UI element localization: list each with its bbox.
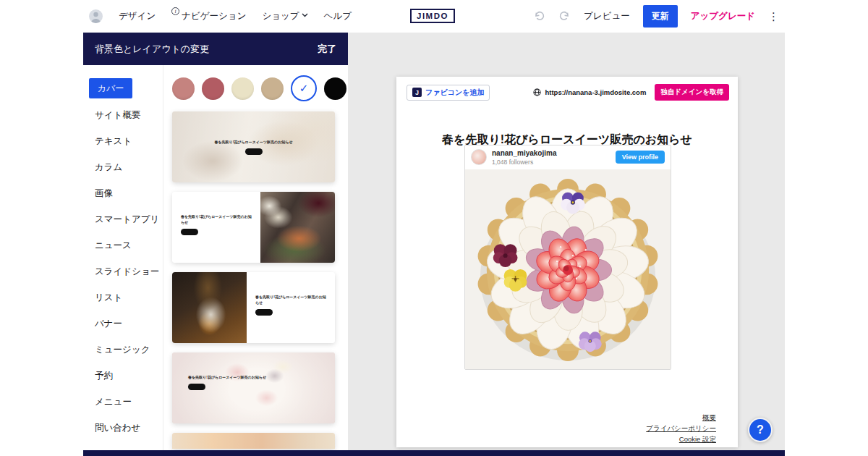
layout2-photo [260, 192, 335, 263]
preview-button[interactable]: プレビュー [584, 10, 630, 22]
pansy-lavender [579, 332, 602, 352]
layout-option-2[interactable]: 春を先取り!花びらロースイーツ販売のお知らせ [172, 192, 335, 263]
app-window: デザイン i ナビゲーション ショップ ヘルプ JIMDO [0, 0, 868, 456]
section-sidebar: カバー サイト概要 テキスト カラム 画像 スマートアプリ ニュース スライドシ… [83, 65, 163, 450]
layout-option-5[interactable] [172, 433, 335, 449]
sidebar-item-image[interactable]: 画像 [89, 180, 163, 206]
sidebar-item-site-overview[interactable]: サイト概要 [89, 102, 163, 128]
bottom-bar [83, 450, 785, 456]
site-url[interactable]: https://nanana-3.jimdosite.com [533, 88, 646, 96]
globe-icon [533, 88, 541, 96]
swatch-tan[interactable] [261, 77, 284, 100]
layout-option-4[interactable]: 春を先取り!花びらロースイーツ販売のお知らせ [172, 352, 335, 423]
chevron-down-icon [302, 13, 308, 17]
undo-button[interactable] [533, 11, 545, 21]
header-nav: デザイン i ナビゲーション ショップ ヘルプ [89, 9, 352, 23]
sidebar-item-booking[interactable]: 予約 [89, 363, 163, 389]
sidebar-item-menu[interactable]: メニュー [89, 389, 163, 415]
person-icon [89, 9, 103, 23]
site-chrome-bar: J ファビコンを追加 https://nanana-3.jimdosite.co… [396, 77, 738, 101]
footer-link-cookie[interactable]: Cookie 設定 [646, 434, 716, 444]
swatch-rose[interactable] [202, 77, 224, 100]
sidebar-item-music[interactable]: ミュージック [89, 337, 163, 363]
layout-option-3[interactable]: 春を先取り!花びらロースイーツ販売のお知らせ [172, 272, 335, 343]
layout1-cta-pill [245, 148, 263, 155]
favicon-icon: J [412, 88, 422, 97]
sidebar-item-list[interactable]: リスト [89, 284, 163, 311]
panel-body: カバー サイト概要 テキスト カラム 画像 スマートアプリ ニュース スライドシ… [83, 65, 348, 450]
site-preview-page: J ファビコンを追加 https://nanana-3.jimdosite.co… [396, 77, 738, 447]
redo-icon [558, 11, 571, 21]
top-header: デザイン i ナビゲーション ショップ ヘルプ JIMDO [83, 0, 785, 32]
upgrade-button[interactable]: アップグレード [691, 10, 755, 22]
sidebar-item-banner[interactable]: バナー [89, 311, 163, 337]
sidebar-item-text[interactable]: テキスト [89, 128, 163, 154]
cake-photo [465, 169, 671, 369]
layout2-cta-pill [181, 229, 198, 235]
footer-link-privacy[interactable]: プライバシーポリシー [646, 423, 716, 434]
nav-item-help[interactable]: ヘルプ [324, 10, 352, 22]
panel-header: 背景色とレイアウトの変更 完了 [83, 33, 348, 65]
sidebar-item-columns[interactable]: カラム [89, 154, 163, 180]
sidebar-item-cover[interactable]: カバー [89, 78, 132, 98]
nav-item-design[interactable]: デザイン [119, 10, 156, 22]
jimdo-logo: JIMDO [410, 9, 455, 23]
footer-link-overview[interactable]: 概要 [646, 412, 716, 423]
panel-title: 背景色とレイアウトの変更 [95, 43, 209, 56]
redo-button[interactable] [558, 11, 571, 21]
layout5-photo [172, 433, 335, 449]
swatch-white-selected[interactable]: ✓ [291, 75, 317, 101]
help-button[interactable]: ? [748, 418, 773, 442]
sidebar-item-smart-app[interactable]: スマートアプリ [89, 206, 163, 232]
account-avatar[interactable] [89, 9, 103, 23]
layout4-cta-pill [188, 384, 205, 390]
swatch-black[interactable] [324, 77, 346, 100]
instagram-username[interactable]: nanan_miyakojima [492, 149, 556, 159]
done-button[interactable]: 完了 [318, 43, 336, 56]
site-footer-links: 概要 プライバシーポリシー Cookie 設定 [646, 412, 716, 444]
design-panel: 背景色とレイアウトの変更 完了 カバー サイト概要 テキスト カラム 画像 スマ… [83, 33, 348, 450]
undo-icon [533, 11, 545, 21]
info-icon: i [171, 7, 179, 15]
sidebar-item-news[interactable]: ニュース [89, 232, 163, 258]
get-domain-button[interactable]: 独自ドメインを取得 [655, 84, 729, 101]
instagram-header: nanan_miyakojima 1,048 followers View pr… [465, 145, 671, 169]
preview-canvas: J ファビコンを追加 https://nanana-3.jimdosite.co… [348, 33, 785, 450]
sidebar-item-slideshow[interactable]: スライドショー [89, 258, 163, 284]
layout3-photo [172, 272, 247, 343]
swatch-cream[interactable] [231, 77, 254, 100]
cover-layout-list: ✓ 春を先取り!花びらロースイーツ販売のお知らせ [163, 65, 348, 450]
add-favicon-button[interactable]: J ファビコンを追加 [407, 85, 490, 101]
instagram-embed-card: nanan_miyakojima 1,048 followers View pr… [464, 145, 671, 370]
swatch-dusty-rose[interactable] [172, 77, 195, 100]
instagram-followers: 1,048 followers [492, 159, 556, 166]
layout-option-1[interactable]: 春を先取り!花びらロースイーツ販売のお知らせ [172, 111, 335, 182]
nav-item-navigation[interactable]: i ナビゲーション [171, 10, 246, 22]
layout3-cta-pill [255, 309, 273, 316]
layout-thumbnails: 春を先取り!花びらロースイーツ販売のお知らせ 春を先取り!花びらロースイーツ販売… [172, 111, 348, 449]
background-color-swatches: ✓ [172, 74, 348, 103]
more-menu-button[interactable]: ⋮ [768, 11, 779, 22]
header-actions: プレビュー 更新 アップグレード ⋮ [533, 5, 779, 28]
nav-item-shop[interactable]: ショップ [262, 10, 307, 22]
view-profile-button[interactable]: View profile [616, 151, 665, 164]
check-icon: ✓ [299, 82, 309, 95]
sidebar-item-contact[interactable]: 問い合わせ [89, 415, 163, 441]
update-button[interactable]: 更新 [643, 5, 678, 28]
instagram-avatar[interactable] [471, 149, 487, 165]
